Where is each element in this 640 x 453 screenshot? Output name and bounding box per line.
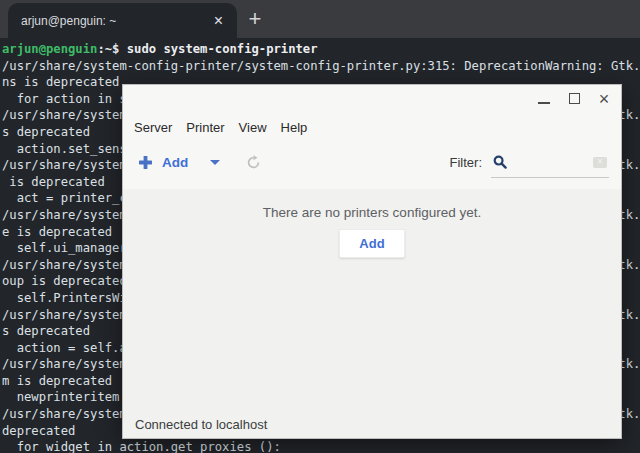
tab-title: arjun@penguin: ~ <box>21 14 210 28</box>
terminal-prompt-line: arjun@penguin:~$ sudo system-config-prin… <box>2 41 640 58</box>
minimize-icon <box>538 102 550 104</box>
status-text: Connected to localhost <box>135 417 267 432</box>
menu-printer[interactable]: Printer <box>179 116 231 139</box>
search-icon <box>493 155 507 169</box>
terminal-line: for widget in action.get_proxies (): <box>2 439 640 453</box>
menu-view[interactable]: View <box>232 116 274 139</box>
window-headerbar: × <box>123 85 621 112</box>
maximize-icon <box>569 93 580 104</box>
screen: arjun@penguin: ~ × + arjun@penguin:~$ su… <box>0 0 640 453</box>
status-bar: Connected to localhost <box>123 411 621 438</box>
toolbar-add-button[interactable]: Add <box>139 155 188 170</box>
filter-field[interactable]: × <box>491 148 609 178</box>
printer-list-area: There are no printers configured yet. Ad… <box>123 189 621 411</box>
filter-group: Filter: × <box>450 148 610 178</box>
filter-label: Filter: <box>450 155 483 170</box>
tab-bar: arjun@penguin: ~ × + <box>0 0 640 38</box>
refresh-icon[interactable] <box>246 155 261 170</box>
maximize-button[interactable] <box>563 88 585 110</box>
printer-config-window: × Server Printer View Help Add Filter: <box>122 84 622 439</box>
minimize-button[interactable] <box>533 88 555 110</box>
terminal-tab[interactable]: arjun@penguin: ~ × <box>8 3 237 38</box>
terminal-line: /usr/share/system-config-printer/system-… <box>2 58 640 75</box>
close-button[interactable]: × <box>593 88 615 110</box>
new-tab-button[interactable]: + <box>240 2 270 36</box>
filter-input[interactable] <box>511 155 593 170</box>
close-icon: × <box>599 90 610 108</box>
add-printer-button[interactable]: Add <box>339 229 404 258</box>
menu-help[interactable]: Help <box>274 116 315 139</box>
toolbar: Add Filter: × <box>123 142 621 189</box>
add-dropdown-icon[interactable] <box>210 160 220 165</box>
menu-server[interactable]: Server <box>127 116 179 139</box>
empty-state-message: There are no printers configured yet. <box>263 205 481 220</box>
clear-filter-icon[interactable]: × <box>593 157 607 168</box>
toolbar-add-label: Add <box>162 155 188 170</box>
tab-close-icon[interactable]: × <box>210 11 227 31</box>
plus-icon <box>139 156 152 169</box>
menu-bar: Server Printer View Help <box>123 112 621 142</box>
